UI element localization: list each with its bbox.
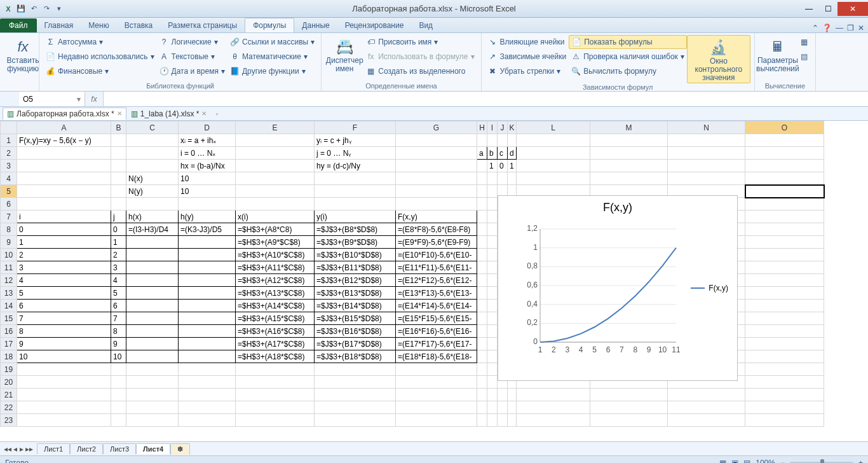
spreadsheet-grid[interactable]: ABCDEFGHIJKLMNO1F(x,y)=xy − 5,6(x − y)xᵢ… (0, 121, 868, 441)
cell-K21[interactable] (508, 389, 517, 401)
cell-E20[interactable] (236, 376, 315, 389)
cell-F3[interactable]: hy = (d-c)/Ny (315, 160, 396, 172)
cell-H1[interactable] (477, 134, 487, 147)
view-normal-icon[interactable]: ▦ (719, 459, 726, 464)
name-manager-button[interactable]: 📇 Диспетчер имен (325, 35, 363, 78)
col-header-L[interactable]: L (517, 121, 590, 134)
error-checking-button[interactable]: ⚠Проверка наличия ошибок▾ (569, 50, 687, 64)
cell-D2[interactable]: i = 0 … Nₓ (179, 147, 236, 160)
cell-I17[interactable] (487, 338, 498, 350)
cell-A10[interactable]: 2 (17, 249, 111, 261)
cell-D23[interactable] (179, 414, 236, 427)
lookup-button[interactable]: 🔗Ссылки и массивы▾ (227, 35, 317, 49)
zoom-level[interactable]: 100% (756, 459, 775, 464)
cell-B15[interactable]: 7 (111, 312, 126, 325)
cell-G19[interactable] (396, 363, 477, 376)
cell-G16[interactable]: =(E16*F16)-5,6*(E16- (396, 325, 477, 338)
cell-B16[interactable]: 8 (111, 325, 126, 338)
cell-H13[interactable] (477, 287, 487, 300)
recent-button[interactable]: 📄Недавно использовались▾ (43, 50, 157, 64)
row-header-21[interactable]: 21 (1, 389, 17, 401)
cell-A12[interactable]: 4 (17, 274, 111, 287)
cell-H5[interactable] (477, 185, 487, 198)
cell-G9[interactable]: =(E9*F9)-5,6*(E9-F9) (396, 236, 477, 249)
workbook-tab-2[interactable]: ▥1_laba (14).xlsx *✕ (126, 107, 212, 120)
zoom-out-icon[interactable]: − (780, 459, 785, 464)
cell-A13[interactable]: 5 (17, 287, 111, 300)
cell-A17[interactable]: 9 (17, 338, 111, 350)
cell-I15[interactable] (487, 312, 498, 325)
cell-A5[interactable] (17, 185, 111, 198)
cell-I4[interactable] (487, 172, 498, 185)
watch-window-button[interactable]: 🔬 Окно контрольного значения (687, 35, 750, 83)
tab-home[interactable]: Главная (37, 18, 81, 32)
cell-H19[interactable] (477, 363, 487, 376)
cell-L4[interactable] (517, 172, 590, 185)
cell-C11[interactable] (126, 261, 179, 274)
cell-O2[interactable] (745, 147, 824, 160)
cell-K23[interactable] (508, 414, 517, 427)
cell-J23[interactable] (498, 414, 508, 427)
cell-F18[interactable]: =$J$3+(B18*$D$8) (315, 350, 396, 363)
cell-B21[interactable] (111, 389, 126, 401)
cell-O18[interactable] (745, 350, 824, 363)
row-header-22[interactable]: 22 (1, 401, 17, 414)
cell-C7[interactable]: h(x) (126, 211, 179, 223)
sheet-tab[interactable]: Лист3 (103, 443, 136, 454)
cell-L3[interactable] (517, 160, 590, 172)
calc-sheet-button[interactable]: ▤ (797, 50, 811, 64)
cell-O15[interactable] (745, 312, 824, 325)
qat-menu-icon[interactable]: ▾ (53, 3, 65, 15)
cell-D12[interactable] (179, 274, 236, 287)
formula-input[interactable] (103, 92, 868, 106)
new-tab-button[interactable]: ▫ (211, 108, 222, 120)
cell-A15[interactable]: 7 (17, 312, 111, 325)
row-header-12[interactable]: 12 (1, 274, 17, 287)
window-min-icon[interactable]: — (836, 24, 843, 32)
cell-E7[interactable]: x(i) (236, 211, 315, 223)
cell-D18[interactable] (179, 350, 236, 363)
cell-D1[interactable]: xᵢ = a + ihₓ (179, 134, 236, 147)
cell-O21[interactable] (745, 389, 824, 401)
row-header-16[interactable]: 16 (1, 325, 17, 338)
sheet-tab[interactable]: Лист4 (136, 443, 170, 454)
autosum-button[interactable]: ΣАвтосумма▾ (43, 35, 157, 49)
cell-K3[interactable]: 1 (508, 160, 517, 172)
cell-H2[interactable]: a (477, 147, 487, 160)
cell-A21[interactable] (17, 389, 111, 401)
cell-F14[interactable]: =$J$3+(B14*$D$8) (315, 300, 396, 312)
view-break-icon[interactable]: ▤ (743, 459, 750, 464)
calc-options-button[interactable]: 🖩 Параметры вычислений (759, 35, 797, 78)
minimize-ribbon-icon[interactable]: ⌃ (812, 24, 818, 32)
tab-data[interactable]: Данные (294, 18, 337, 32)
cell-I5[interactable] (487, 185, 498, 198)
cell-D9[interactable] (179, 236, 236, 249)
select-all[interactable] (1, 121, 17, 134)
cell-F4[interactable] (315, 172, 396, 185)
cell-H17[interactable] (477, 338, 487, 350)
cell-H23[interactable] (477, 414, 487, 427)
cell-G4[interactable] (396, 172, 477, 185)
cell-E23[interactable] (236, 414, 315, 427)
row-header-4[interactable]: 4 (1, 172, 17, 185)
cell-B13[interactable]: 5 (111, 287, 126, 300)
cell-O3[interactable] (745, 160, 824, 172)
col-header-E[interactable]: E (236, 121, 315, 134)
maximize-button[interactable]: ☐ (818, 2, 837, 16)
trace-dependents-button[interactable]: ↗Зависимые ячейки (485, 50, 569, 64)
cell-D8[interactable]: =(K3-J3)/D5 (179, 223, 236, 236)
cell-O8[interactable] (745, 223, 824, 236)
cell-L1[interactable] (517, 134, 590, 147)
cell-N3[interactable] (668, 160, 745, 172)
cell-C20[interactable] (126, 376, 179, 389)
cell-D7[interactable]: h(y) (179, 211, 236, 223)
workbook-tab-1[interactable]: ▥Лабораторная работа.xlsx *✕ (3, 107, 126, 120)
cell-E4[interactable] (236, 172, 315, 185)
close-icon[interactable]: ✕ (201, 110, 207, 117)
cell-E22[interactable] (236, 401, 315, 414)
cell-J1[interactable] (498, 134, 508, 147)
cell-E15[interactable]: =$H$3+(A15*$C$8) (236, 312, 315, 325)
cell-I1[interactable] (487, 134, 498, 147)
cell-N21[interactable] (668, 389, 745, 401)
cell-B14[interactable]: 6 (111, 300, 126, 312)
